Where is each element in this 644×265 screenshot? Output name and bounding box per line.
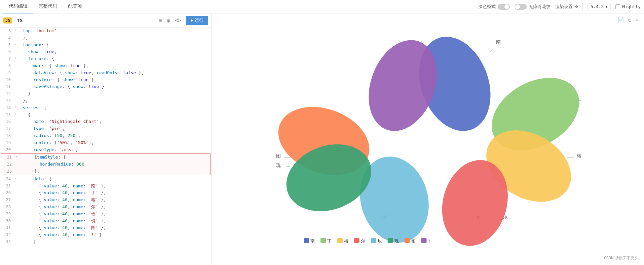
legend-dot-rong (337, 238, 343, 243)
code-line-18: 18 ▾ radius: [50, 250], (0, 132, 212, 139)
lang-badge-js[interactable]: JS (3, 17, 12, 24)
code-line-27: 27 ▾ { value: 40, name: '榕' }, (0, 196, 212, 204)
wuhang-toggle[interactable] (515, 4, 527, 10)
code-line-12: 12 ▾ } (0, 90, 212, 97)
legend-label-south: 南 (310, 238, 315, 244)
wuhang-label: 无障碍花纹 (529, 4, 551, 10)
code-line-8: 8 ▾ mark: { show: true }, (0, 62, 212, 70)
chart-top-icons: 📄 ↻ ⬇ (617, 17, 639, 23)
code-line-32: 32 ▾ { value: 40, name: '!' } (0, 231, 212, 238)
legend-label-rong: 榕 (344, 238, 348, 244)
code-line-22: 22 ▾ borderRadius: 360 (1, 161, 211, 168)
code-toolbar: JS TS ⚙ ◉ <> 运行 (0, 13, 212, 28)
legend-label-tu: 图 (411, 238, 416, 244)
version-label: 5.4.3 (591, 4, 604, 9)
dark-mode-knob (504, 4, 509, 9)
code-panel: JS TS ⚙ ◉ <> 运行 3 ▾ top: 'bottom' 4 ▾ }, (0, 13, 212, 265)
nightingale-chart: ! 南 丁 图 瑰 玫 乡 尔 榕 (212, 13, 644, 265)
label-gui: 瑰 (276, 163, 281, 168)
divider-1 (582, 3, 583, 10)
code-line-10: 10 ▾ restore: { show: true }, (0, 77, 212, 84)
code-line-5: 5 ▾ toolbox: { (0, 42, 212, 49)
legend-label-gui: 瑰 (394, 238, 399, 244)
file-icon[interactable]: 📄 (617, 17, 624, 23)
tab-full-code[interactable]: 完整代码 (33, 0, 63, 13)
code-line-15: 15 ▾ { (0, 112, 212, 119)
code-line-17: 17 ▾ type: 'pie', (0, 125, 212, 132)
nightly-check[interactable]: Nightly (615, 4, 641, 9)
legend-label-er: 尔 (361, 238, 365, 244)
code-line-23: 23 ▾ }, (1, 168, 211, 175)
download-icon[interactable]: ⬇ (635, 17, 639, 23)
render-settings-group[interactable]: 渲染设置 ⚙ (555, 4, 578, 10)
top-bar-right: 深色模式 无障碍花纹 渲染设置 ⚙ 5.4.3 ▾ Nightly (478, 3, 641, 10)
svg-line-1 (490, 46, 495, 52)
refresh-icon[interactable]: ↻ (628, 17, 632, 23)
code-line-16: 16 ▾ name: 'Nightingale Chart', (0, 118, 212, 125)
code-line-6: 6 ▾ show: true, (0, 48, 212, 55)
code-icon[interactable]: <> (175, 17, 181, 24)
tab-config[interactable]: 配置项 (63, 0, 87, 13)
chart-panel: 📄 ↻ ⬇ ! 南 丁 图 瑰 玫 乡 (212, 13, 644, 265)
code-line-7: 7 ▾ feature: { (0, 55, 212, 62)
legend-dot-tu (405, 238, 410, 243)
legend-dot-exclaim (421, 238, 427, 243)
code-area[interactable]: 3 ▾ top: 'bottom' 4 ▾ }, 5 ▾ toolbox: { … (0, 28, 212, 265)
legend-dot-mei (371, 238, 376, 243)
code-line-26: 26 ▾ { value: 40, name: '丁' }, (0, 189, 212, 196)
code-line-24: 24 ▾ data: [ (0, 176, 212, 183)
code-line-3: 3 ▾ top: 'bottom' (0, 28, 212, 35)
dark-mode-toggle[interactable] (498, 4, 510, 10)
legend-label-mei: 玫 (378, 238, 382, 244)
code-line-25: 25 ▾ { value: 40, name: '南' }, (0, 183, 212, 190)
code-line-11: 11 ▾ saveAsImage: { show: true } (0, 83, 212, 90)
run-button[interactable]: 运行 (186, 16, 208, 25)
version-select[interactable]: 5.4.3 ▾ (588, 3, 611, 10)
code-line-21: 21 ▾ itemStyle: { (1, 154, 211, 161)
wuhang-toggle-group: 无障碍花纹 (515, 4, 551, 10)
chevron-down-icon: ▾ (605, 4, 608, 9)
render-settings-label: 渲染设置 ⚙ (555, 4, 578, 10)
code-line-13: 13 ▾ }, (0, 97, 212, 104)
nightly-label: Nightly (622, 4, 641, 9)
label-south: 南 (496, 39, 501, 45)
toolbar-icons: ⚙ ◉ <> 运行 (159, 16, 208, 25)
legend-dot-er (354, 238, 359, 243)
watermark: CSDN @软工不秃头 (604, 255, 639, 261)
tab-code-edit[interactable]: 代码编辑 (3, 0, 33, 13)
code-line-20: 20 ▾ roseType: 'area', (0, 146, 212, 153)
legend-label-ding: 丁 (327, 238, 332, 244)
lang-tab-ts[interactable]: TS (15, 17, 25, 24)
code-line-9: 9 ▾ dataView: { show: true, readOnly: fa… (0, 70, 212, 77)
code-line-4: 4 ▾ }, (0, 35, 212, 42)
legend-label-exclaim: ! (428, 238, 431, 244)
legend-dot-ding (320, 238, 326, 243)
dark-mode-toggle-group: 深色模式 (478, 4, 510, 10)
top-bar: 代码编辑 完整代码 配置项 深色模式 无障碍花纹 渲染设置 ⚙ 5.4.3 ▾ … (0, 0, 644, 13)
svg-line-4 (284, 166, 291, 167)
cube-icon[interactable]: ◉ (167, 17, 170, 24)
code-line-14: 14 ▾ series: [ (0, 104, 212, 112)
code-line-31: 31 ▾ { value: 40, name: '图' }, (0, 224, 212, 231)
label-rong: 榕 (577, 153, 581, 159)
label-tu: 图 (276, 153, 281, 159)
wuhang-knob (515, 4, 520, 9)
nightly-checkbox[interactable] (615, 4, 620, 9)
code-line-29: 29 ▾ { value: 40, name: '玫' }, (0, 211, 212, 218)
code-line-28: 28 ▾ { value: 40, name: '尔' }, (0, 204, 212, 211)
code-line-33: 33 ▾ ] (0, 238, 212, 246)
code-line-30: 30 ▾ { value: 40, name: '瑰' }, (0, 218, 212, 225)
dark-mode-label: 深色模式 (478, 4, 496, 10)
settings-icon[interactable]: ⚙ (159, 17, 162, 24)
legend-dot-south (304, 238, 309, 243)
top-tabs: 代码编辑 完整代码 配置项 (3, 0, 87, 13)
main-content: JS TS ⚙ ◉ <> 运行 3 ▾ top: 'bottom' 4 ▾ }, (0, 13, 644, 265)
legend-dot-gui (388, 238, 393, 243)
code-line-19: 19 ▾ center: ['50%', '50%'], (0, 139, 212, 146)
